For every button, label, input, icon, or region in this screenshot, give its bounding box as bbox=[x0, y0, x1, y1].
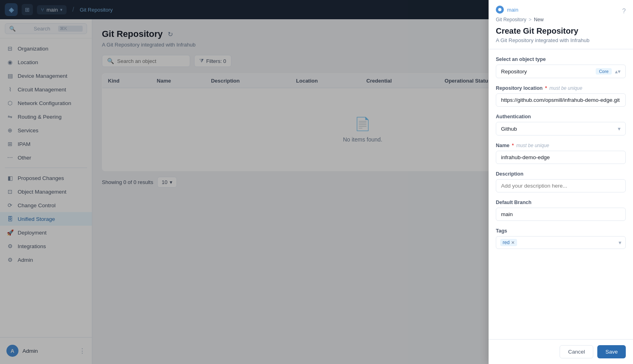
object-type-value: Repository bbox=[501, 69, 527, 75]
authentication-value: Github bbox=[501, 126, 517, 132]
object-type-section: Select an object type Repository Core ▴▾ bbox=[496, 57, 626, 78]
tags-input[interactable]: red ✕ ▾ bbox=[496, 236, 626, 249]
object-type-label: Select an object type bbox=[496, 57, 626, 62]
tag-remove-button[interactable]: ✕ bbox=[511, 240, 515, 245]
breadcrumb-separator: > bbox=[529, 19, 532, 22]
tags-label: Tags bbox=[496, 228, 626, 234]
default-branch-section: Default Branch bbox=[496, 200, 626, 221]
panel-breadcrumb: Git Repository > New bbox=[496, 19, 626, 22]
breadcrumb-current: New bbox=[534, 19, 544, 22]
description-section: Description bbox=[496, 171, 626, 192]
repo-location-input[interactable] bbox=[496, 93, 626, 107]
authentication-label: Authentication bbox=[496, 114, 626, 119]
authentication-select[interactable]: Github ▾ bbox=[496, 122, 626, 135]
authentication-section: Authentication Github ▾ bbox=[496, 114, 626, 135]
panel-header: main ? Git Repository > New Create Git R… bbox=[489, 19, 633, 49]
repo-location-hint: must be unique bbox=[550, 85, 582, 91]
tags-section: Tags red ✕ ▾ bbox=[496, 228, 626, 249]
object-type-badge: Core bbox=[596, 68, 612, 75]
default-branch-input[interactable] bbox=[496, 208, 626, 221]
repo-location-required: * bbox=[545, 85, 547, 91]
tag-chip-red: red ✕ bbox=[500, 239, 517, 246]
default-branch-label: Default Branch bbox=[496, 200, 626, 205]
name-input[interactable] bbox=[496, 151, 626, 164]
panel-body: Select an object type Repository Core ▴▾… bbox=[489, 49, 633, 339]
save-button[interactable]: Save bbox=[597, 345, 626, 358]
name-required: * bbox=[512, 143, 514, 148]
tags-chevron-icon: ▾ bbox=[619, 239, 621, 246]
panel-footer: Cancel Save bbox=[489, 339, 633, 364]
repo-location-section: Repository location * must be unique bbox=[496, 85, 626, 107]
tag-value: red bbox=[503, 240, 509, 245]
description-input[interactable] bbox=[496, 179, 626, 192]
panel-title: Create Git Repository bbox=[496, 26, 626, 36]
object-type-chevron: ▴▾ bbox=[615, 68, 621, 75]
panel-subtitle: A Git Repository integrated with Infrahu… bbox=[496, 37, 626, 49]
name-hint: must be unique bbox=[516, 143, 549, 148]
breadcrumb-parent: Git Repository bbox=[496, 19, 526, 22]
auth-chevron-icon: ▾ bbox=[618, 125, 621, 132]
create-panel: main ? Git Repository > New Create Git R… bbox=[489, 19, 633, 364]
object-type-select[interactable]: Repository Core ▴▾ bbox=[496, 65, 626, 78]
cancel-button[interactable]: Cancel bbox=[560, 345, 593, 358]
description-label: Description bbox=[496, 171, 626, 177]
authentication-select-wrapper: Github ▾ bbox=[496, 122, 626, 135]
name-section: Name * must be unique bbox=[496, 143, 626, 164]
name-label: Name * must be unique bbox=[496, 143, 626, 148]
repo-location-label: Repository location * must be unique bbox=[496, 85, 626, 91]
